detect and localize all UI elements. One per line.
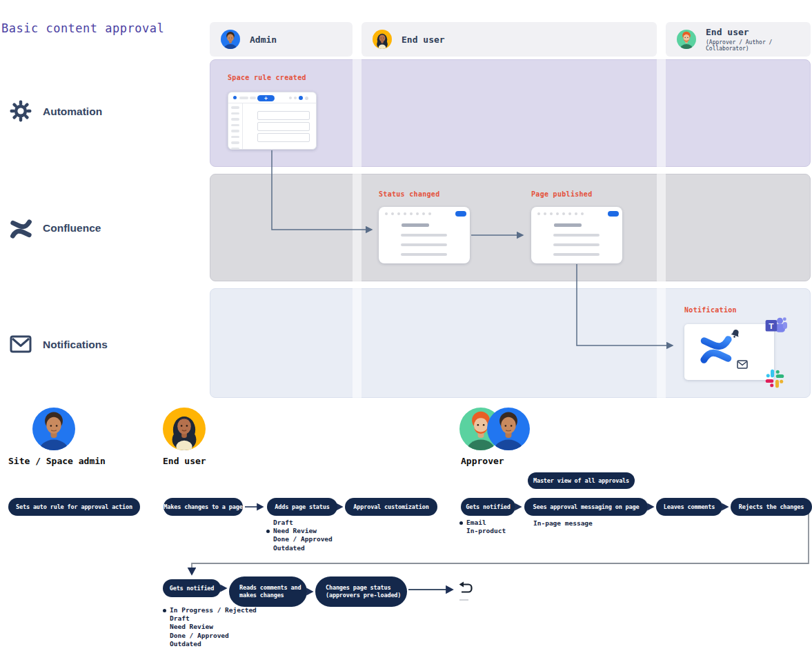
- slack-icon: [764, 368, 785, 389]
- loop-icon: [456, 581, 475, 596]
- column-gap-strip: [353, 59, 362, 398]
- actor-label-end-user: End user: [163, 456, 206, 466]
- status-changed-label: Status changed: [379, 190, 440, 198]
- end-user-actor-avatar: [163, 408, 206, 450]
- lane-label-approver: End user: [706, 27, 811, 37]
- browser-toolbar: +: [228, 92, 316, 103]
- bell-icon: [730, 328, 741, 339]
- pill-gets-notified-2: Gets notified: [163, 579, 221, 597]
- approver-actor-avatar-blue: [487, 408, 530, 450]
- actor-label-site-admin: Site / Space admin: [8, 456, 106, 466]
- list-item: Outdated: [266, 544, 333, 552]
- end-user-avatar: [373, 30, 392, 49]
- site-admin-avatar: [32, 408, 75, 450]
- list-item: Need Review: [266, 527, 333, 535]
- list-item: Outdated: [163, 640, 257, 648]
- gear-icon: [9, 99, 32, 123]
- notification-card: [684, 324, 774, 380]
- confluence-icon: [8, 219, 34, 239]
- actor-label-approver: Approver: [461, 456, 504, 466]
- browser-plus-button: +: [257, 95, 275, 101]
- lane-header-end-user: End user: [362, 22, 657, 57]
- lane-label-admin: Admin: [250, 34, 277, 45]
- pill-leaves-comments: Leaves comments: [656, 498, 722, 516]
- pill-rejects-changes: Rejects the changes: [731, 498, 812, 516]
- lane-sublabel-approver: (Approver / Author / Collaborator): [706, 39, 811, 52]
- master-view-pill: Master view of all approvals: [528, 472, 635, 489]
- pill-makes-changes: Makes changes to a page: [164, 498, 243, 516]
- list-item: In-product: [459, 527, 506, 535]
- page-published-card: [531, 207, 622, 263]
- content-approval-diagram: Basic content approval Automation Conflu…: [0, 0, 812, 662]
- browser-field: [257, 111, 310, 120]
- bullet-dot: [459, 521, 463, 525]
- rejected-status-list: In Progress / RejectedDraftNeed ReviewDo…: [163, 606, 257, 648]
- notification-label: Notification: [684, 306, 737, 314]
- envelope-icon: [10, 335, 32, 353]
- pill-gets-notified: Gets notified: [461, 498, 515, 516]
- browser-field: [257, 133, 310, 142]
- lane-label-end-user: End user: [402, 34, 445, 45]
- in-page-message-note: In-page message: [533, 519, 593, 527]
- sidebar-item-automation: Automation: [43, 106, 102, 118]
- bullet-dot: [163, 609, 166, 612]
- approver-avatar: [677, 30, 696, 49]
- list-item: Email: [459, 519, 506, 527]
- browser-window-illustration: +: [228, 92, 317, 150]
- ms-teams-icon: T: [765, 315, 787, 336]
- space-rule-created-label: Space rule created: [228, 74, 306, 81]
- pill-changes-page-status: Changes page status (approvers pre-loade…: [315, 576, 407, 607]
- page-status-list: DraftNeed ReviewDone / ApprovedOutdated: [266, 519, 333, 552]
- sidebar-item-confluence: Confluence: [43, 222, 101, 234]
- confluence-logo-icon: [700, 334, 733, 365]
- pill-sets-auto-rule: Sets auto rule for approval action: [8, 498, 140, 516]
- list-item: Need Review: [163, 623, 257, 631]
- svg-text:T: T: [769, 321, 774, 330]
- loop-underline: [459, 599, 468, 601]
- list-item: Draft: [163, 614, 257, 623]
- browser-sidebar: [228, 103, 243, 149]
- pill-adds-page-status: Adds page status: [267, 498, 337, 516]
- page-title: Basic content approval: [1, 21, 164, 35]
- status-changed-card: [379, 207, 470, 263]
- lane-header-admin: Admin: [210, 22, 353, 57]
- notification-channel-list: EmailIn-product: [459, 519, 506, 535]
- page-published-label: Page published: [531, 190, 593, 198]
- list-item: Done / Approved: [266, 535, 333, 543]
- pill-sees-approval-messaging: Sees approval messaging on page: [524, 498, 648, 516]
- mail-icon: [737, 359, 748, 368]
- pill-reads-comments: Reads comments and makes changes: [229, 576, 307, 607]
- lane-header-approver: End user (Approver / Author / Collaborat…: [666, 22, 811, 57]
- list-item: Draft: [266, 519, 333, 527]
- admin-avatar: [221, 30, 240, 49]
- column-gap-strip: [657, 59, 666, 398]
- confluence-lane-band: [210, 174, 811, 281]
- browser-field: [257, 122, 310, 131]
- sidebar-item-notifications: Notifications: [43, 339, 108, 351]
- pill-approval-customization: Approval customization: [345, 498, 437, 516]
- list-item: Done / Approved: [163, 632, 257, 640]
- bullet-dot: [266, 530, 270, 533]
- list-item: In Progress / Rejected: [163, 606, 257, 614]
